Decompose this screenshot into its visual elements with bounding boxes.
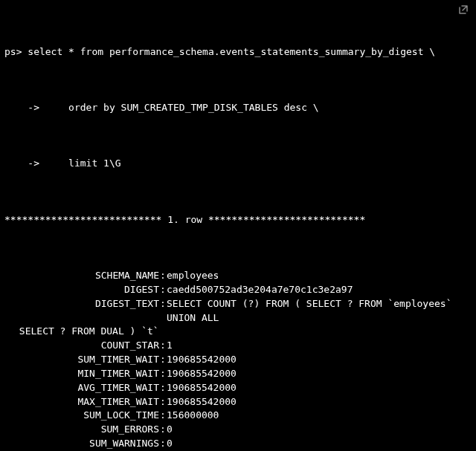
- field-value: 190685542000: [167, 395, 472, 409]
- colon: :: [159, 339, 167, 353]
- command-line-3: -> limit 1\G: [4, 157, 472, 171]
- colon: :: [159, 283, 167, 297]
- field-key: SUM_LOCK_TIME: [4, 409, 159, 423]
- field-value: 0: [167, 423, 472, 437]
- field-value: 190685542000: [167, 353, 472, 367]
- field-key: AVG_TIMER_WAIT: [4, 381, 159, 395]
- field-value-continuation: SELECT ? FROM DUAL ) `t`: [4, 325, 472, 339]
- result-row: SUM_ERRORS:0: [4, 423, 472, 437]
- colon: :: [159, 269, 167, 283]
- result-row: DIGEST:caedd500752ad3e204a7e70c1c3e2a97: [4, 283, 472, 297]
- colon: :: [159, 367, 167, 381]
- command-line-1: ps> select * from performance_schema.eve…: [4, 45, 472, 59]
- field-value: SELECT COUNT (?) FROM ( SELECT ? FROM `e…: [167, 297, 472, 325]
- field-key: DIGEST: [4, 283, 159, 297]
- field-key: SUM_WARNINGS: [4, 437, 159, 451]
- result-row: SUM_WARNINGS:0: [4, 437, 472, 451]
- field-value: 0: [167, 437, 472, 451]
- result-row: SUM_TIMER_WAIT:190685542000: [4, 353, 472, 367]
- result-row: DIGEST_TEXT:SELECT COUNT (?) FROM ( SELE…: [4, 297, 472, 325]
- field-value: 190685542000: [167, 367, 472, 381]
- result-row: AVG_TIMER_WAIT:190685542000: [4, 381, 472, 395]
- command-text-3: limit 1\G: [68, 158, 120, 169]
- result-row: MIN_TIMER_WAIT:190685542000: [4, 367, 472, 381]
- colon: :: [159, 381, 167, 395]
- field-key: SCHEMA_NAME: [4, 269, 159, 283]
- result-row: COUNT_STAR:1: [4, 339, 472, 353]
- colon: :: [159, 395, 167, 409]
- command-text-2: order by SUM_CREATED_TMP_DISK_TABLES des…: [68, 102, 319, 113]
- field-value: 156000000: [167, 409, 472, 423]
- field-value: caedd500752ad3e204a7e70c1c3e2a97: [167, 283, 472, 297]
- field-value: 1: [167, 339, 472, 353]
- colon: :: [159, 297, 167, 325]
- command-line-2: -> order by SUM_CREATED_TMP_DISK_TABLES …: [4, 101, 472, 115]
- field-key: MIN_TIMER_WAIT: [4, 367, 159, 381]
- cont-prefix: ->: [4, 158, 68, 169]
- field-key: SUM_ERRORS: [4, 423, 159, 437]
- row-separator: *************************** 1. row *****…: [4, 213, 472, 227]
- terminal-output[interactable]: ps> select * from performance_schema.eve…: [0, 0, 476, 451]
- result-fields: SCHEMA_NAME:employeesDIGEST:caedd500752a…: [4, 269, 472, 451]
- prompt: ps>: [4, 46, 22, 57]
- result-row: SUM_LOCK_TIME:156000000: [4, 409, 472, 423]
- cont-prefix: ->: [4, 102, 68, 113]
- colon: :: [159, 423, 167, 437]
- field-value: employees: [167, 269, 472, 283]
- colon: :: [159, 409, 167, 423]
- colon: :: [159, 353, 167, 367]
- field-key: MAX_TIMER_WAIT: [4, 395, 159, 409]
- field-value: 190685542000: [167, 381, 472, 395]
- field-key: DIGEST_TEXT: [4, 297, 159, 325]
- colon: :: [159, 437, 167, 451]
- command-text-1: select * from performance_schema.events_…: [28, 46, 435, 57]
- result-row: MAX_TIMER_WAIT:190685542000: [4, 395, 472, 409]
- field-key: COUNT_STAR: [4, 339, 159, 353]
- open-external-icon[interactable]: [458, 4, 469, 15]
- result-row: SCHEMA_NAME:employees: [4, 269, 472, 283]
- field-key: SUM_TIMER_WAIT: [4, 353, 159, 367]
